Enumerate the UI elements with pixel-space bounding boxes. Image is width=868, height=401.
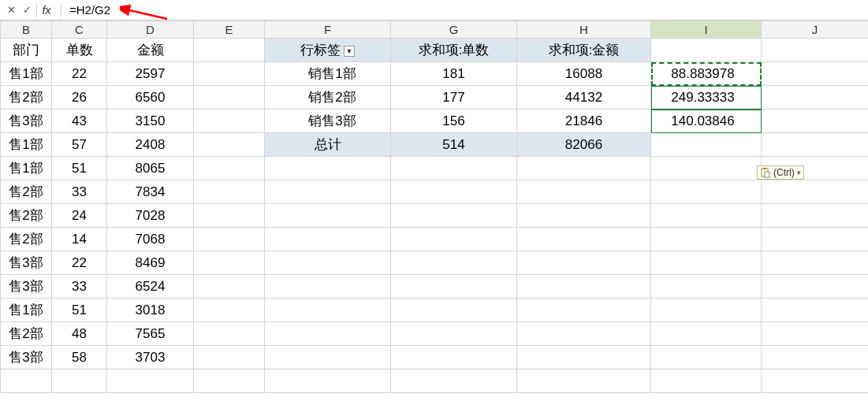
pivot-cell[interactable]: 181 [391, 62, 517, 86]
cell[interactable] [517, 322, 651, 346]
pivot-total-cell[interactable]: 514 [391, 133, 517, 157]
cell[interactable]: 8469 [107, 251, 194, 275]
cell[interactable] [517, 299, 651, 322]
cell[interactable] [265, 322, 391, 346]
cell[interactable]: 6524 [107, 275, 194, 299]
result-cell[interactable]: 249.33333 [651, 86, 762, 110]
cell[interactable] [651, 346, 762, 369]
filter-dropdown-icon[interactable]: ▼ [344, 46, 355, 57]
cell[interactable] [194, 228, 265, 251]
cell[interactable] [762, 86, 869, 110]
cell[interactable] [762, 133, 869, 157]
cell[interactable]: 58 [52, 346, 107, 369]
cell[interactable] [194, 299, 265, 322]
cell[interactable] [517, 180, 651, 204]
col-header-D[interactable]: D [107, 21, 194, 39]
cell[interactable] [194, 157, 265, 180]
cell[interactable]: 金额 [107, 39, 194, 62]
pivot-cell[interactable]: 44132 [517, 86, 651, 110]
cell[interactable]: 售2部 [1, 228, 52, 251]
cell[interactable]: 售3部 [1, 251, 52, 275]
cell[interactable]: 售1部 [1, 133, 52, 157]
cell[interactable]: 售2部 [1, 86, 52, 110]
formula-input[interactable] [63, 3, 868, 17]
pivot-row-label[interactable]: 销售1部 [265, 62, 391, 86]
cell[interactable] [762, 62, 869, 86]
cell[interactable] [194, 180, 265, 204]
cell[interactable]: 24 [52, 204, 107, 228]
cell[interactable] [517, 346, 651, 369]
cell[interactable] [265, 299, 391, 322]
cell[interactable] [391, 346, 517, 369]
pivot-cell[interactable]: 177 [391, 86, 517, 110]
cell[interactable] [265, 204, 391, 228]
cell[interactable] [651, 157, 762, 180]
cell[interactable] [194, 110, 265, 133]
cell[interactable]: 售3部 [1, 275, 52, 299]
pivot-row-label[interactable]: 销售3部 [265, 110, 391, 133]
cell[interactable] [762, 204, 869, 228]
col-header-J[interactable]: J [762, 21, 869, 39]
cell[interactable] [265, 157, 391, 180]
cell[interactable] [194, 39, 265, 62]
cell[interactable] [762, 180, 869, 204]
pivot-row-label[interactable]: 销售2部 [265, 86, 391, 110]
cell[interactable] [194, 369, 265, 393]
cell[interactable]: 8065 [107, 157, 194, 180]
cell[interactable] [265, 275, 391, 299]
col-header-G[interactable]: G [391, 21, 517, 39]
cell[interactable] [194, 322, 265, 346]
cell[interactable] [265, 228, 391, 251]
cell[interactable]: 单数 [52, 39, 107, 62]
cell[interactable] [391, 251, 517, 275]
cell[interactable] [1, 369, 52, 393]
col-header-C[interactable]: C [52, 21, 107, 39]
cell[interactable] [762, 39, 869, 62]
cell[interactable]: 售2部 [1, 322, 52, 346]
cell[interactable] [651, 369, 762, 393]
cell[interactable] [265, 346, 391, 369]
cell[interactable] [651, 299, 762, 322]
cell[interactable] [265, 251, 391, 275]
cell[interactable] [762, 369, 869, 393]
cell[interactable]: 3018 [107, 299, 194, 322]
col-header-F[interactable]: F [265, 21, 391, 39]
cell[interactable]: 售2部 [1, 204, 52, 228]
pivot-cell[interactable]: 21846 [517, 110, 651, 133]
cell[interactable]: 22 [52, 62, 107, 86]
cancel-icon[interactable]: ✕ [3, 3, 19, 17]
cell[interactable] [517, 275, 651, 299]
cell[interactable]: 57 [52, 133, 107, 157]
cell[interactable] [517, 157, 651, 180]
pivot-total-cell[interactable]: 82066 [517, 133, 651, 157]
cell[interactable] [762, 251, 869, 275]
cell[interactable] [651, 275, 762, 299]
cell[interactable] [517, 228, 651, 251]
result-cell[interactable]: 88.883978 [651, 62, 762, 86]
cell[interactable]: 33 [52, 180, 107, 204]
cell[interactable]: 51 [52, 299, 107, 322]
cell[interactable] [265, 369, 391, 393]
cell[interactable]: 售3部 [1, 346, 52, 369]
cell[interactable] [194, 275, 265, 299]
cell[interactable] [762, 228, 869, 251]
cell[interactable]: 48 [52, 322, 107, 346]
cell[interactable] [651, 204, 762, 228]
cell[interactable] [194, 133, 265, 157]
cell[interactable] [391, 180, 517, 204]
pivot-header-cell[interactable]: 求和项:单数 [391, 39, 517, 62]
cell[interactable] [762, 346, 869, 369]
col-header-I[interactable]: I [651, 21, 762, 39]
cell[interactable] [762, 110, 869, 133]
pivot-cell[interactable]: 156 [391, 110, 517, 133]
cell[interactable] [517, 204, 651, 228]
cell[interactable] [651, 322, 762, 346]
cell[interactable] [391, 275, 517, 299]
cell[interactable]: 51 [52, 157, 107, 180]
cell[interactable] [194, 346, 265, 369]
result-cell[interactable]: 140.03846 [651, 110, 762, 133]
cell[interactable] [194, 204, 265, 228]
cell[interactable] [762, 299, 869, 322]
cell[interactable] [107, 369, 194, 393]
col-header-B[interactable]: B [1, 21, 52, 39]
